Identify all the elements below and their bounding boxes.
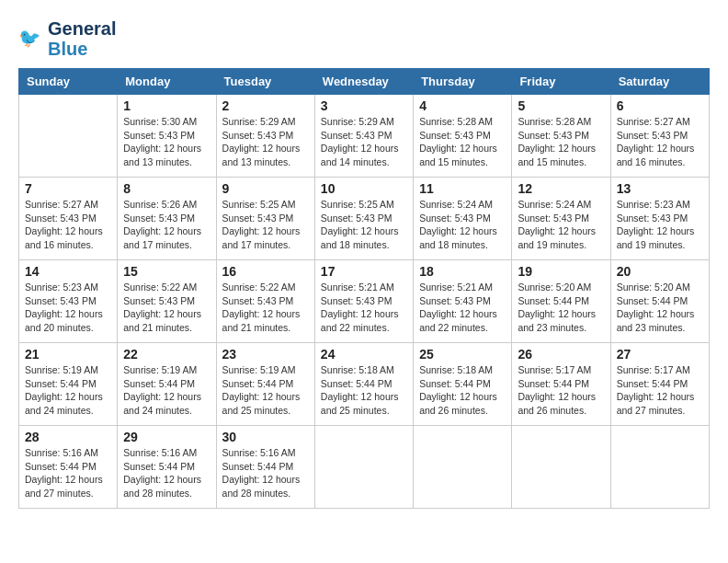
logo: 🐦 General Blue	[18, 18, 116, 59]
calendar-cell: 29Sunrise: 5:16 AM Sunset: 5:44 PM Dayli…	[118, 426, 216, 509]
day-number: 4	[419, 98, 506, 113]
calendar-cell: 22Sunrise: 5:19 AM Sunset: 5:44 PM Dayli…	[118, 343, 216, 426]
calendar-cell	[414, 426, 512, 509]
week-row-2: 7Sunrise: 5:27 AM Sunset: 5:43 PM Daylig…	[19, 178, 710, 260]
day-info: Sunrise: 5:22 AM Sunset: 5:43 PM Dayligh…	[222, 281, 309, 335]
calendar-cell: 26Sunrise: 5:17 AM Sunset: 5:44 PM Dayli…	[512, 343, 610, 426]
day-number: 16	[222, 264, 309, 279]
logo-line1: General	[48, 18, 116, 39]
day-info: Sunrise: 5:28 AM Sunset: 5:43 PM Dayligh…	[518, 115, 604, 169]
day-number: 29	[123, 430, 210, 444]
day-info: Sunrise: 5:22 AM Sunset: 5:43 PM Dayligh…	[123, 281, 210, 335]
day-number: 15	[123, 264, 210, 279]
day-info: Sunrise: 5:27 AM Sunset: 5:43 PM Dayligh…	[617, 115, 703, 169]
day-number: 19	[518, 264, 604, 279]
calendar-cell	[610, 426, 709, 509]
calendar-cell: 4Sunrise: 5:28 AM Sunset: 5:43 PM Daylig…	[414, 95, 512, 178]
calendar-cell: 8Sunrise: 5:26 AM Sunset: 5:43 PM Daylig…	[118, 178, 216, 260]
day-header-friday: Friday	[512, 69, 610, 95]
calendar-cell: 11Sunrise: 5:24 AM Sunset: 5:43 PM Dayli…	[414, 178, 512, 260]
day-info: Sunrise: 5:21 AM Sunset: 5:43 PM Dayligh…	[419, 281, 506, 335]
day-number: 27	[617, 347, 703, 362]
calendar-cell: 3Sunrise: 5:29 AM Sunset: 5:43 PM Daylig…	[314, 95, 413, 178]
day-info: Sunrise: 5:20 AM Sunset: 5:44 PM Dayligh…	[617, 281, 703, 335]
calendar-cell: 20Sunrise: 5:20 AM Sunset: 5:44 PM Dayli…	[610, 260, 709, 343]
day-info: Sunrise: 5:21 AM Sunset: 5:43 PM Dayligh…	[321, 281, 407, 335]
calendar-cell: 1Sunrise: 5:30 AM Sunset: 5:43 PM Daylig…	[118, 95, 216, 178]
day-number: 10	[321, 181, 407, 196]
logo-icon: 🐦	[18, 26, 44, 52]
day-number: 22	[123, 347, 210, 362]
day-info: Sunrise: 5:30 AM Sunset: 5:43 PM Dayligh…	[123, 115, 210, 169]
day-header-thursday: Thursday	[414, 69, 512, 95]
day-info: Sunrise: 5:28 AM Sunset: 5:43 PM Dayligh…	[419, 115, 506, 169]
day-info: Sunrise: 5:19 AM Sunset: 5:44 PM Dayligh…	[123, 363, 210, 418]
day-number: 24	[321, 347, 407, 362]
day-number: 8	[123, 181, 210, 196]
logo-text-block: General Blue	[48, 18, 116, 59]
calendar-cell: 6Sunrise: 5:27 AM Sunset: 5:43 PM Daylig…	[610, 95, 709, 178]
day-info: Sunrise: 5:18 AM Sunset: 5:44 PM Dayligh…	[419, 363, 506, 418]
day-info: Sunrise: 5:16 AM Sunset: 5:44 PM Dayligh…	[123, 446, 210, 500]
day-number: 2	[222, 98, 309, 113]
day-number: 3	[321, 98, 407, 113]
calendar-cell: 16Sunrise: 5:22 AM Sunset: 5:43 PM Dayli…	[216, 260, 314, 343]
day-info: Sunrise: 5:18 AM Sunset: 5:44 PM Dayligh…	[321, 363, 407, 418]
calendar-cell: 5Sunrise: 5:28 AM Sunset: 5:43 PM Daylig…	[512, 95, 610, 178]
day-number: 17	[321, 264, 407, 279]
day-number: 26	[518, 347, 604, 362]
day-header-monday: Monday	[118, 69, 216, 95]
day-info: Sunrise: 5:17 AM Sunset: 5:44 PM Dayligh…	[617, 363, 703, 418]
day-number: 6	[617, 98, 703, 113]
calendar-cell: 10Sunrise: 5:25 AM Sunset: 5:43 PM Dayli…	[314, 178, 413, 260]
calendar-cell: 2Sunrise: 5:29 AM Sunset: 5:43 PM Daylig…	[216, 95, 314, 178]
day-number: 14	[25, 264, 111, 279]
day-info: Sunrise: 5:25 AM Sunset: 5:43 PM Dayligh…	[321, 198, 407, 252]
calendar-cell: 23Sunrise: 5:19 AM Sunset: 5:44 PM Dayli…	[216, 343, 314, 426]
day-info: Sunrise: 5:27 AM Sunset: 5:43 PM Dayligh…	[25, 198, 111, 252]
day-number: 28	[25, 430, 111, 444]
logo-line2: Blue	[48, 39, 87, 59]
day-info: Sunrise: 5:29 AM Sunset: 5:43 PM Dayligh…	[321, 115, 407, 169]
day-info: Sunrise: 5:25 AM Sunset: 5:43 PM Dayligh…	[222, 198, 309, 252]
day-info: Sunrise: 5:23 AM Sunset: 5:43 PM Dayligh…	[617, 198, 703, 252]
day-info: Sunrise: 5:19 AM Sunset: 5:44 PM Dayligh…	[25, 363, 111, 418]
day-header-saturday: Saturday	[610, 69, 709, 95]
calendar-cell: 15Sunrise: 5:22 AM Sunset: 5:43 PM Dayli…	[118, 260, 216, 343]
day-header-wednesday: Wednesday	[314, 69, 413, 95]
day-number: 21	[25, 347, 111, 362]
day-number: 13	[617, 181, 703, 196]
week-row-1: 1Sunrise: 5:30 AM Sunset: 5:43 PM Daylig…	[19, 95, 710, 178]
day-header-sunday: Sunday	[19, 69, 118, 95]
day-number: 11	[419, 181, 506, 196]
calendar-cell: 14Sunrise: 5:23 AM Sunset: 5:43 PM Dayli…	[19, 260, 118, 343]
day-number: 23	[222, 347, 309, 362]
calendar-cell	[512, 426, 610, 509]
day-header-tuesday: Tuesday	[216, 69, 314, 95]
day-info: Sunrise: 5:26 AM Sunset: 5:43 PM Dayligh…	[123, 198, 210, 252]
day-number: 9	[222, 181, 309, 196]
day-number: 1	[123, 98, 210, 113]
calendar-cell: 19Sunrise: 5:20 AM Sunset: 5:44 PM Dayli…	[512, 260, 610, 343]
day-info: Sunrise: 5:29 AM Sunset: 5:43 PM Dayligh…	[222, 115, 309, 169]
day-info: Sunrise: 5:20 AM Sunset: 5:44 PM Dayligh…	[518, 281, 604, 335]
calendar-cell	[314, 426, 413, 509]
day-number: 5	[518, 98, 604, 113]
calendar-header-row: SundayMondayTuesdayWednesdayThursdayFrid…	[19, 69, 710, 95]
day-number: 12	[518, 181, 604, 196]
calendar-cell: 12Sunrise: 5:24 AM Sunset: 5:43 PM Dayli…	[512, 178, 610, 260]
day-info: Sunrise: 5:17 AM Sunset: 5:44 PM Dayligh…	[518, 363, 604, 418]
day-info: Sunrise: 5:24 AM Sunset: 5:43 PM Dayligh…	[518, 198, 604, 252]
page-header: 🐦 General Blue	[18, 18, 710, 59]
calendar-cell: 27Sunrise: 5:17 AM Sunset: 5:44 PM Dayli…	[610, 343, 709, 426]
week-row-3: 14Sunrise: 5:23 AM Sunset: 5:43 PM Dayli…	[19, 260, 710, 343]
calendar-cell: 9Sunrise: 5:25 AM Sunset: 5:43 PM Daylig…	[216, 178, 314, 260]
week-row-4: 21Sunrise: 5:19 AM Sunset: 5:44 PM Dayli…	[19, 343, 710, 426]
calendar-table: SundayMondayTuesdayWednesdayThursdayFrid…	[18, 68, 710, 509]
calendar-cell: 21Sunrise: 5:19 AM Sunset: 5:44 PM Dayli…	[19, 343, 118, 426]
day-number: 7	[25, 181, 111, 196]
day-info: Sunrise: 5:24 AM Sunset: 5:43 PM Dayligh…	[419, 198, 506, 252]
calendar-cell: 7Sunrise: 5:27 AM Sunset: 5:43 PM Daylig…	[19, 178, 118, 260]
day-info: Sunrise: 5:16 AM Sunset: 5:44 PM Dayligh…	[222, 446, 309, 500]
day-number: 18	[419, 264, 506, 279]
